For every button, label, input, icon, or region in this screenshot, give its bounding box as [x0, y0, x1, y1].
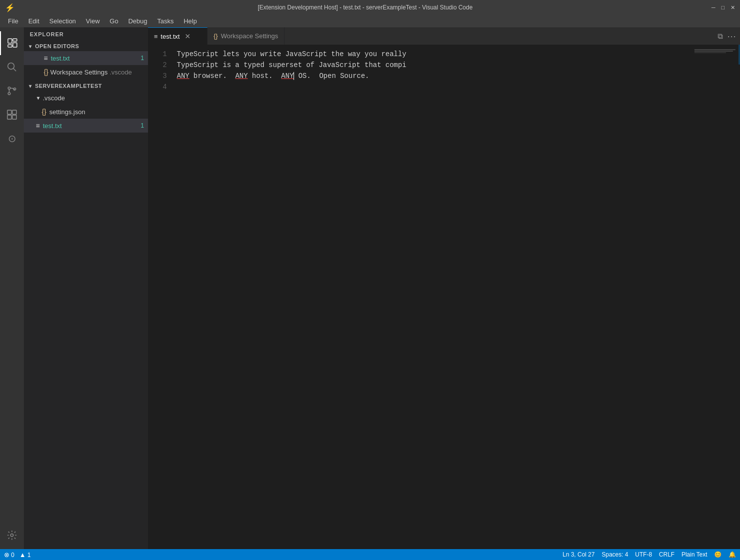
workspace-settings-tab-label: Workspace Settings — [221, 32, 278, 40]
sidebar: EXPLORER ▼ OPEN EDITORS ≡ test.txt 1 {} … — [24, 27, 148, 549]
svg-point-4 — [8, 63, 14, 70]
workspace-settings-open-icon: {} — [44, 68, 48, 76]
minimize-button[interactable]: ─ — [712, 4, 716, 11]
search-activity-icon[interactable] — [0, 55, 24, 79]
sidebar-title: EXPLORER — [24, 27, 148, 41]
svg-point-14 — [10, 534, 13, 537]
svg-rect-12 — [7, 115, 11, 119]
title-bar: ⚡ [Extension Development Host] - test.tx… — [0, 0, 740, 15]
test-txt-tab-label: test.txt — [161, 33, 180, 40]
test-txt-tab-icon: ≡ — [154, 33, 158, 40]
code-line-1: TypeScript lets you write JavaScript the… — [177, 49, 690, 60]
language-mode[interactable]: Plain Text — [681, 551, 707, 558]
svg-rect-3 — [8, 45, 12, 47]
project-arrow: ▼ — [28, 83, 33, 89]
status-bar-right: Ln 3, Col 27 Spaces: 4 UTF-8 CRLF Plain … — [563, 551, 736, 558]
menu-help[interactable]: Help — [180, 16, 201, 26]
error-count-value: 0 — [11, 552, 14, 559]
menu-debug[interactable]: Debug — [124, 16, 151, 26]
test-txt-open-badge: 1 — [141, 55, 144, 62]
cursor-position[interactable]: Ln 3, Col 27 — [563, 551, 595, 558]
open-editors-arrow: ▼ — [28, 44, 33, 49]
editor-content[interactable]: 1 2 3 4 TypeScript lets you write JavaSc… — [148, 45, 740, 549]
error-count[interactable]: ⊗ 0 — [4, 551, 14, 559]
project-test-txt-name: test.txt — [43, 122, 62, 130]
workspace-settings-ext: .vscode — [110, 69, 132, 76]
git-activity-icon[interactable] — [0, 79, 24, 103]
feedback-icon[interactable]: 😊 — [714, 551, 722, 558]
svg-rect-13 — [12, 115, 16, 119]
remote-activity-icon[interactable]: ⊙ — [0, 127, 24, 150]
app-icon: ⚡ — [5, 3, 15, 12]
main-area: ⊙ EXPLORER ▼ OPEN EDITORS ≡ test.txt 1 {… — [0, 27, 740, 549]
menu-edit[interactable]: Edit — [24, 16, 43, 26]
window-controls: ─ □ ✕ — [712, 4, 735, 11]
text-cursor — [294, 72, 294, 80]
svg-rect-10 — [7, 110, 11, 114]
menu-view[interactable]: View — [82, 16, 104, 26]
settings-json-name: settings.json — [49, 108, 85, 116]
window-title: [Extension Development Host] - test.txt … — [19, 4, 712, 11]
status-bar-left: ⊗ 0 ▲ 1 — [4, 551, 31, 559]
workspace-settings-tab[interactable]: {} Workspace Settings — [208, 27, 285, 45]
warning-count[interactable]: ▲ 1 — [19, 551, 31, 559]
settings-activity-icon[interactable] — [0, 523, 24, 547]
any-underline-1: ANY — [177, 72, 189, 80]
test-txt-open-name: test.txt — [51, 55, 70, 62]
open-editors-label: OPEN EDITORS — [35, 43, 79, 49]
close-button[interactable]: ✕ — [731, 4, 735, 11]
menu-selection[interactable]: Selection — [45, 16, 79, 26]
any-underline-2: ANY — [235, 72, 248, 80]
test-txt-tab-close[interactable]: ✕ — [185, 32, 191, 40]
explorer-activity-icon[interactable] — [0, 31, 24, 55]
more-actions-icon[interactable]: ⋯ — [727, 31, 736, 42]
notification-icon[interactable]: 🔔 — [729, 551, 736, 558]
editor-area: ≡ test.txt ✕ {} Workspace Settings ⧉ ⋯ 1… — [148, 27, 740, 549]
open-editors-section-header[interactable]: ▼ OPEN EDITORS — [24, 41, 148, 51]
svg-line-5 — [13, 69, 16, 71]
menu-go[interactable]: Go — [106, 16, 122, 26]
open-editor-test-txt[interactable]: ≡ test.txt 1 — [24, 51, 148, 65]
tab-actions: ⧉ ⋯ — [714, 27, 740, 45]
code-line-3: ANY browser. ANY host. ANY OS. Open Sour… — [177, 70, 690, 81]
warning-count-value: 1 — [27, 552, 31, 559]
menu-bar: File Edit Selection View Go Debug Tasks … — [0, 15, 740, 27]
warning-icon: ▲ — [19, 551, 26, 559]
vscode-folder-name: .vscode — [43, 94, 65, 102]
indentation[interactable]: Spaces: 4 — [601, 551, 628, 558]
project-section-header[interactable]: ▼ SERVEREXAMPLETEST — [24, 81, 148, 91]
svg-rect-1 — [13, 39, 17, 41]
error-icon: ⊗ — [4, 551, 9, 559]
extensions-activity-icon[interactable] — [0, 103, 24, 127]
settings-json-item[interactable]: {} settings.json — [24, 105, 148, 119]
settings-json-icon: {} — [42, 108, 46, 116]
test-txt-tab[interactable]: ≡ test.txt ✕ — [148, 27, 208, 45]
maximize-button[interactable]: □ — [721, 4, 725, 11]
vscode-folder-arrow: ▼ — [36, 95, 41, 101]
menu-tasks[interactable]: Tasks — [153, 16, 177, 26]
code-line-2: TypeScript is a typed superset of JavaSc… — [177, 60, 690, 70]
test-txt-open-icon: ≡ — [44, 54, 48, 62]
svg-rect-2 — [13, 43, 17, 47]
code-line-4 — [177, 81, 690, 92]
encoding[interactable]: UTF-8 — [635, 551, 652, 558]
project-test-txt[interactable]: ≡ test.txt 1 — [24, 119, 148, 133]
svg-rect-0 — [8, 39, 12, 43]
tab-bar: ≡ test.txt ✕ {} Workspace Settings ⧉ ⋯ — [148, 27, 740, 45]
code-editor[interactable]: TypeScript lets you write JavaScript the… — [173, 45, 690, 549]
any-underline-3: ANY — [281, 72, 294, 80]
activity-bar: ⊙ — [0, 27, 24, 549]
split-editor-icon[interactable]: ⧉ — [718, 32, 723, 41]
vscode-folder[interactable]: ▼ .vscode — [24, 91, 148, 105]
minimap — [690, 45, 740, 549]
project-test-txt-icon: ≡ — [36, 122, 40, 130]
status-bar: ⊗ 0 ▲ 1 Ln 3, Col 27 Spaces: 4 UTF-8 CRL… — [0, 549, 740, 560]
open-editor-workspace-settings[interactable]: {} Workspace Settings .vscode — [24, 65, 148, 79]
menu-file[interactable]: File — [4, 16, 22, 26]
project-test-txt-badge: 1 — [141, 122, 144, 129]
svg-rect-11 — [12, 110, 16, 114]
svg-point-7 — [8, 92, 10, 95]
workspace-settings-tab-icon: {} — [214, 32, 218, 40]
line-ending[interactable]: CRLF — [659, 551, 674, 558]
workspace-settings-open-name: Workspace Settings — [50, 69, 107, 76]
